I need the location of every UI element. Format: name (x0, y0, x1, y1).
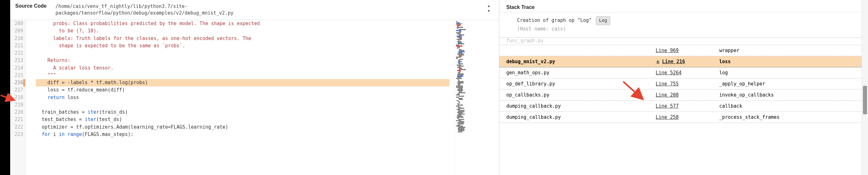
line-number[interactable]: 219 (14, 101, 23, 109)
source-panel-header: Source Code /home/cais/venv_tf_nightly/l… (10, 0, 499, 20)
stack-file: dumping_callback.py (506, 103, 656, 109)
stack-title: Stack Trace (506, 4, 535, 10)
stack-row[interactable]: gen_math_ops.pyLine 5264log (499, 67, 868, 78)
host-name-text: (Host name: cais) (517, 26, 566, 32)
line-number[interactable]: 211 (14, 42, 23, 49)
line-number[interactable]: 215 (14, 72, 23, 79)
stack-line-link[interactable]: Line 216 (656, 59, 719, 65)
stack-file: op_callbacks.py (506, 92, 656, 98)
stack-line-link[interactable]: Line 969 (656, 48, 719, 54)
source-file-path: /home/cais/venv_tf_nightly/lib/python3.7… (56, 3, 234, 16)
line-number[interactable]: 220 (14, 109, 23, 116)
code-line: train_batches = iter(train_ds) (36, 109, 450, 116)
code-line (36, 49, 450, 57)
stack-header: Stack Trace (499, 0, 868, 12)
line-number[interactable]: 214 (14, 65, 23, 72)
left-margin-strip (0, 0, 10, 175)
code-line: return loss (36, 94, 450, 101)
line-number[interactable]: 221 (14, 116, 23, 123)
stack-file: func_graph.py (506, 38, 656, 43)
line-number[interactable]: 223 (14, 131, 23, 138)
stack-row-ghost: func_graph.py (499, 38, 868, 45)
stack-line-link[interactable]: Line 258 (656, 114, 719, 120)
code-line: Returns: (36, 57, 450, 64)
stack-func: callback (719, 103, 861, 109)
stack-line-link[interactable]: Line 755 (656, 81, 719, 87)
stack-row[interactable]: debug_mnist_v2.pyLine 216loss (499, 56, 868, 67)
code-line: optimizer = tf.optimizers.Adam(learning_… (36, 124, 450, 131)
stack-trace-panel: Stack Trace Creation of graph op "Log" L… (499, 0, 868, 175)
stack-body: func_graph.py Line 969wrapperdebug_mnist… (499, 38, 868, 175)
stack-line-link[interactable]: Line 577 (656, 103, 719, 109)
line-number[interactable]: 209 (14, 27, 23, 35)
stack-subheader: Creation of graph op "Log" Log (Host nam… (499, 12, 868, 38)
minimap[interactable]: ██ ███████████████ ███████ ███ █████████… (455, 20, 499, 175)
stack-row[interactable]: op_def_library.pyLine 755_apply_op_helpe… (499, 78, 868, 90)
stack-row[interactable]: Line 969wrapper (499, 45, 868, 56)
line-number-gutter: 2082092102112122132142152162172182192202… (10, 20, 26, 175)
stack-func: wrapper (719, 48, 861, 54)
stack-scrollbar[interactable] (862, 0, 868, 175)
header-scroll-arrows: ▲ ▼ (486, 3, 494, 13)
stack-row[interactable]: dumping_callback.pyLine 577callback (499, 101, 868, 112)
stack-func: _process_stack_frames (719, 114, 861, 120)
code-line: loss = tf.reduce_mean(diff) (36, 86, 450, 94)
code-line: labels: Truth labels for the classes, as… (36, 35, 450, 42)
line-number[interactable]: 212 (14, 49, 23, 57)
code-line: probs: Class probabilities predicted by … (36, 20, 450, 27)
path-scroll-up[interactable]: ▲ (486, 3, 492, 8)
code-line: for i in range(FLAGS.max_steps): (36, 131, 450, 138)
download-icon (656, 59, 660, 64)
line-number[interactable]: 222 (14, 124, 23, 131)
stack-func: log (719, 70, 861, 76)
line-number[interactable]: 210 (14, 35, 23, 42)
source-code-panel: Source Code /home/cais/venv_tf_nightly/l… (10, 0, 499, 175)
stack-file: dumping_callback.py (506, 114, 656, 120)
line-number[interactable]: 213 (14, 57, 23, 64)
code-line: test_batches = iter(test_ds) (36, 116, 450, 123)
code-line (36, 101, 450, 109)
stack-row[interactable]: dumping_callback.pyLine 258_process_stac… (499, 112, 868, 123)
line-number[interactable]: 218 (14, 94, 23, 101)
code-line: diff = -labels * tf.math.log(probs) (36, 79, 450, 86)
line-number[interactable]: 208 (14, 20, 23, 27)
line-number[interactable]: 216 (14, 79, 23, 86)
code-line: A scalar loss tensor. (36, 65, 450, 72)
stack-file: debug_mnist_v2.py (506, 59, 656, 65)
code-lines: probs: Class probabilities predicted by … (26, 20, 455, 175)
stack-func: _apply_op_helper (719, 81, 861, 87)
code-line: shape is expected to be the same as `pro… (36, 42, 450, 49)
stack-file: op_def_library.py (506, 81, 656, 87)
line-number[interactable]: 217 (14, 86, 23, 94)
source-panel-title: Source Code (15, 3, 47, 9)
source-body: 2082092102112122132142152162172182192202… (10, 20, 499, 175)
stack-line-link[interactable]: Line 208 (656, 92, 719, 98)
code-area[interactable]: 2082092102112122132142152162172182192202… (10, 20, 455, 175)
code-line: to be (?, 10). (36, 27, 450, 35)
creation-text: Creation of graph op "Log" (517, 18, 592, 23)
stack-scrollbar-thumb[interactable] (863, 86, 867, 114)
stack-line-link[interactable]: Line 5264 (656, 70, 719, 76)
code-line: """ (36, 72, 450, 79)
op-chip[interactable]: Log (596, 16, 610, 25)
stack-row[interactable]: op_callbacks.pyLine 208invoke_op_callbac… (499, 90, 868, 101)
stack-func: loss (719, 59, 861, 65)
path-scroll-down[interactable]: ▼ (486, 8, 492, 13)
stack-file: gen_math_ops.py (506, 70, 656, 76)
stack-func: invoke_op_callbacks (719, 92, 861, 98)
